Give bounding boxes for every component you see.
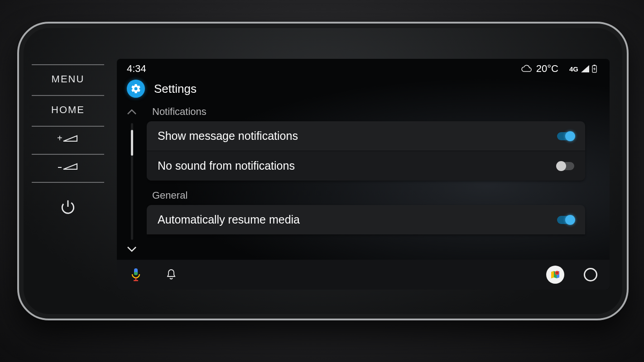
- toggle-no-sound-from-notifications[interactable]: [557, 162, 574, 170]
- launcher-button[interactable]: [582, 266, 600, 284]
- toggle-show-message-notifications[interactable]: [557, 132, 574, 140]
- mic-icon: [131, 268, 141, 281]
- chevron-down-icon: [127, 246, 137, 252]
- connectivity-cluster: 4G: [569, 65, 597, 73]
- scroll-track[interactable]: [131, 123, 133, 240]
- settings-header: Settings: [117, 79, 610, 103]
- circle-icon: [584, 268, 597, 281]
- page-title: Settings: [154, 82, 197, 96]
- section-notifications-label: Notifications: [152, 106, 585, 118]
- scroll-down-button[interactable]: [124, 243, 139, 257]
- signal-icon: [581, 65, 589, 72]
- svg-text:+: +: [57, 135, 63, 143]
- setting-label: No sound from notifications: [158, 159, 557, 172]
- toggle-knob: [556, 161, 566, 171]
- chevron-up-icon: [127, 109, 137, 115]
- network-type: 4G: [569, 65, 578, 73]
- cloud-icon: [521, 65, 533, 73]
- maps-button[interactable]: [546, 266, 564, 284]
- section-notifications-card: Show message notifications No sound from…: [147, 121, 585, 181]
- toggle-knob: [565, 131, 575, 141]
- status-bar: 4:34 20°C 4G: [117, 59, 610, 79]
- hw-home-button[interactable]: HOME: [32, 96, 104, 127]
- infotainment-unit: MENU HOME +: [17, 22, 629, 320]
- settings-list: Notifications Show message notifications…: [147, 103, 610, 260]
- scroll-up-button[interactable]: [124, 106, 139, 119]
- notifications-button[interactable]: [162, 266, 180, 284]
- volume-down-icon: [57, 163, 79, 172]
- toggle-auto-resume-media[interactable]: [557, 216, 574, 224]
- svg-rect-11: [134, 272, 138, 275]
- section-general-card: Automatically resume media: [147, 205, 585, 234]
- settings-content: Notifications Show message notifications…: [117, 103, 610, 260]
- navigation-bar: [117, 260, 610, 290]
- battery-icon: [592, 65, 597, 73]
- setting-no-sound-from-notifications[interactable]: No sound from notifications: [147, 151, 585, 181]
- toggle-knob: [565, 215, 575, 225]
- gear-icon: [130, 83, 141, 94]
- hw-power-button[interactable]: [59, 198, 77, 217]
- setting-auto-resume-media[interactable]: Automatically resume media: [147, 205, 585, 234]
- svg-marker-6: [581, 65, 589, 72]
- infotainment-screen: 4:34 20°C 4G: [117, 59, 610, 290]
- clock: 4:34: [127, 63, 146, 75]
- settings-app-icon: [127, 80, 145, 98]
- power-icon: [59, 198, 77, 215]
- svg-marker-3: [63, 164, 77, 169]
- temperature-value: 20°C: [536, 63, 558, 75]
- setting-show-message-notifications[interactable]: Show message notifications: [147, 121, 585, 151]
- svg-rect-8: [594, 65, 596, 66]
- setting-label: Show message notifications: [158, 129, 557, 143]
- scrollbar[interactable]: [117, 103, 147, 260]
- svg-marker-14: [551, 271, 554, 278]
- svg-point-17: [556, 272, 557, 273]
- bell-icon: [166, 269, 177, 281]
- hardware-button-column: MENU HOME +: [19, 24, 114, 319]
- section-general-label: General: [152, 190, 585, 201]
- volume-up-icon: +: [57, 135, 79, 144]
- svg-marker-9: [593, 67, 596, 71]
- hw-menu-button[interactable]: MENU: [32, 64, 104, 96]
- hw-volume-up-button[interactable]: +: [32, 127, 104, 155]
- hw-volume-down-button[interactable]: [32, 155, 104, 183]
- setting-label: Automatically resume media: [158, 213, 557, 226]
- assistant-button[interactable]: [127, 266, 145, 284]
- svg-marker-1: [63, 136, 77, 141]
- bezel: MENU HOME +: [17, 22, 629, 320]
- maps-icon: [550, 269, 561, 280]
- scroll-thumb[interactable]: [131, 130, 133, 156]
- weather-widget[interactable]: 20°C: [521, 63, 558, 75]
